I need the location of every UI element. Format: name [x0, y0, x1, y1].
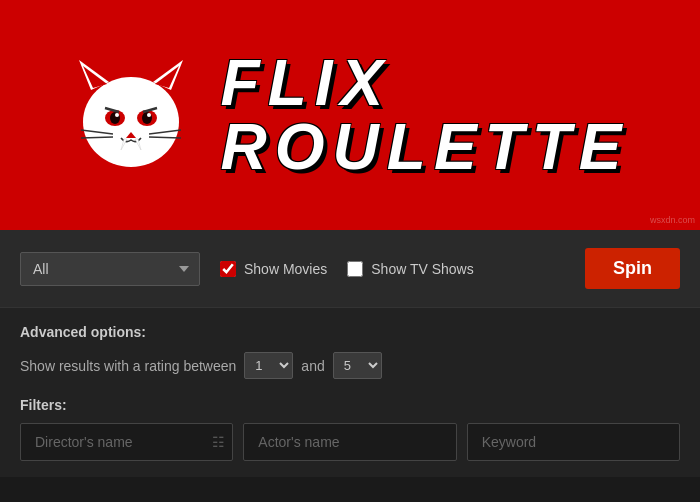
logo-text: FLIX ROULETTE: [221, 51, 630, 179]
svg-point-0: [83, 77, 179, 167]
svg-line-15: [81, 137, 113, 138]
filters-row: ☷: [20, 423, 680, 461]
advanced-options-title: Advanced options:: [20, 324, 680, 340]
keyword-input[interactable]: [467, 423, 680, 461]
spin-button[interactable]: Spin: [585, 248, 680, 289]
genre-select[interactable]: All Action Comedy Drama Horror Sci-Fi Th…: [20, 252, 200, 286]
show-tv-shows-label[interactable]: Show TV Shows: [371, 261, 473, 277]
director-input[interactable]: [20, 423, 233, 461]
rating-min-select[interactable]: 1234 5678 910: [244, 352, 293, 379]
rating-label-before: Show results with a rating between: [20, 358, 236, 374]
show-movies-label[interactable]: Show Movies: [244, 261, 327, 277]
svg-point-10: [147, 113, 151, 117]
actor-input[interactable]: [243, 423, 456, 461]
logo-flix: FLIX: [221, 51, 392, 115]
rating-label-and: and: [301, 358, 324, 374]
actor-input-wrapper: [243, 423, 456, 461]
director-input-wrapper: ☷: [20, 423, 233, 461]
filters-title: Filters:: [20, 397, 680, 413]
director-info-icon: ☷: [212, 434, 225, 450]
controls-area: All Action Comedy Drama Horror Sci-Fi Th…: [0, 230, 700, 308]
show-tv-shows-group: Show TV Shows: [347, 261, 473, 277]
filters-section: Filters: ☷: [20, 397, 680, 461]
svg-point-9: [115, 113, 119, 117]
svg-line-17: [149, 137, 181, 138]
app-header: FLIX ROULETTE wsxdn.com: [0, 0, 700, 230]
show-movies-checkbox[interactable]: [220, 261, 236, 277]
logo-roulette: ROULETTE: [221, 115, 630, 179]
keyword-input-wrapper: [467, 423, 680, 461]
logo-cat-icon: [71, 50, 191, 180]
rating-row: Show results with a rating between 1234 …: [20, 352, 680, 379]
watermark: wsxdn.com: [650, 215, 695, 225]
rating-max-select[interactable]: 1234 5678 910: [333, 352, 382, 379]
advanced-area: Advanced options: Show results with a ra…: [0, 308, 700, 477]
show-tv-shows-checkbox[interactable]: [347, 261, 363, 277]
controls-row: All Action Comedy Drama Horror Sci-Fi Th…: [20, 248, 680, 289]
show-movies-group: Show Movies: [220, 261, 327, 277]
